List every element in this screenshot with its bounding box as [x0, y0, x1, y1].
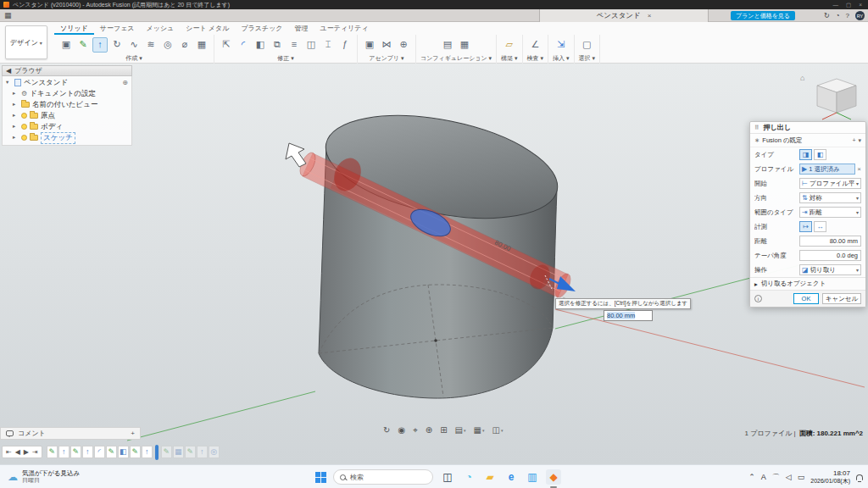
document-tab[interactable]: ペンスタンド × — [539, 9, 709, 22]
objects-to-cut-section[interactable]: ▸ 切り取るオブジェクト — [750, 277, 865, 290]
add-icon[interactable]: ⊕ — [122, 79, 128, 86]
extrude-feature[interactable]: ↑ — [197, 446, 208, 458]
sketch-feature[interactable]: ✎ — [130, 446, 141, 458]
close-window-button[interactable]: × — [859, 2, 862, 8]
ok-button[interactable]: OK — [793, 293, 819, 304]
hidden-icons-icon[interactable]: ⌃ — [748, 474, 755, 481]
ribbon-tab-1[interactable]: サーフェス — [94, 22, 141, 35]
extrude-icon[interactable]: ↑ — [92, 37, 108, 53]
dialog-header[interactable]: ⠿ 押し出し — [750, 122, 865, 134]
ribbon-group-label-create[interactable]: 作成 ▾ — [58, 54, 209, 63]
cancel-button[interactable]: キャンセル — [822, 293, 861, 304]
browser-item-sketches[interactable]: ▸スケッチ — [3, 132, 131, 143]
browser-item-label[interactable]: 名前の付いたビュー — [32, 100, 98, 110]
distance-input[interactable]: 80.00 mm — [799, 236, 861, 247]
help-icon[interactable]: ? — [846, 13, 849, 19]
ribbon-group-label-select[interactable]: 選択 ▾ — [579, 54, 595, 63]
ribbon-group-label-configure[interactable]: コンフィギュレーション ▾ — [420, 54, 492, 63]
pattern-icon[interactable]: ▦ — [194, 37, 209, 53]
operation-select[interactable]: ◪ 切り取り ▾ — [799, 264, 861, 275]
ribbon-group-label-inspect[interactable]: 検査 ▾ — [527, 54, 543, 63]
fusion-icon[interactable]: ◆ — [546, 469, 561, 485]
preset-value[interactable]: Fusion の既定 — [762, 136, 849, 145]
pattern-feature[interactable]: ▦ — [173, 446, 184, 458]
insert-icon[interactable]: ⇲ — [554, 37, 569, 53]
timeline-position-marker[interactable] — [155, 445, 159, 460]
go-to-end-button[interactable]: ⇥ — [32, 448, 38, 456]
display-settings-icon[interactable]: ▤▾ — [455, 426, 466, 435]
comment-bar[interactable]: コメント + — [0, 427, 141, 440]
home-view-icon[interactable]: ⌂ — [800, 75, 804, 82]
browser-item-label[interactable]: ボディ — [41, 122, 63, 132]
measure-icon[interactable]: ∠ — [527, 37, 542, 53]
browser-item-document-settings[interactable]: ▸⚙ドキュメントの設定 — [3, 88, 131, 99]
caret-right-icon[interactable]: ▸ — [13, 91, 19, 97]
tab-close-icon[interactable]: × — [648, 12, 652, 19]
weather-widget[interactable]: ☁ 気温が下がる見込み 日曜日 — [0, 465, 87, 488]
extrude-feature[interactable]: ↑ — [82, 446, 93, 458]
direction-select[interactable]: ⇅ 対称 ▾ — [799, 192, 861, 203]
joint-icon[interactable]: ⋈ — [379, 37, 394, 53]
grid-and-snaps-icon[interactable]: ▦▾ — [474, 426, 485, 435]
start-select[interactable]: ⊢ プロファイル平面 ▾ — [799, 178, 861, 189]
maximize-button[interactable]: ▢ — [846, 2, 851, 8]
browser-item-label[interactable]: スケッチ — [41, 132, 75, 144]
plans-pricing-button[interactable]: プランと価格を見る — [731, 11, 795, 20]
ribbon-group-label-assemble[interactable]: アセンブリ ▾ — [362, 54, 411, 63]
collapse-browser-icon[interactable]: ◀ — [6, 67, 11, 75]
browser-item-label[interactable]: 原点 — [41, 111, 55, 121]
extrude-feature[interactable]: ↑ — [142, 446, 153, 458]
caret-right-icon[interactable]: ▸ — [13, 113, 19, 119]
ribbon-tab-2[interactable]: メッシュ — [141, 22, 181, 35]
ribbon-group-label-insert[interactable]: 挿入 ▾ — [553, 54, 569, 63]
create-sketch-icon[interactable]: ✎ — [75, 37, 91, 53]
edge-icon[interactable]: e — [504, 469, 519, 485]
drag-grip-icon[interactable]: ⠿ — [754, 125, 760, 131]
joint-origin-icon[interactable]: ⊕ — [396, 37, 411, 53]
ime-indicator-icon[interactable]: A — [761, 474, 766, 481]
section-caret-icon[interactable]: ▸ — [754, 280, 758, 288]
browser-item-bodies[interactable]: ▸ボディ — [3, 121, 131, 132]
browser-item-penstand-root[interactable]: ▾ペンスタンド⊕ — [3, 77, 131, 88]
select-icon[interactable]: ▢ — [579, 37, 594, 53]
sketch-feature[interactable]: ✎ — [47, 446, 58, 458]
ribbon-tab-3[interactable]: シート メタル — [180, 22, 235, 35]
shell-feature[interactable]: ◧ — [118, 446, 129, 458]
preset-menu-icon[interactable]: ▾ — [858, 137, 861, 144]
revolve-icon[interactable]: ↻ — [109, 37, 125, 53]
shell-icon[interactable]: ◧ — [253, 37, 268, 53]
view-cube[interactable]: ⌂ — [800, 75, 861, 124]
change-parameters-icon[interactable]: ƒ — [337, 37, 353, 53]
combine-icon[interactable]: ⧉ — [270, 37, 285, 53]
ribbon-tab-6[interactable]: ユーティリティ — [314, 22, 375, 35]
caret-down-icon[interactable]: ▾ — [6, 80, 12, 86]
notifications-icon[interactable]: ◔ — [836, 13, 840, 19]
split-body-icon[interactable]: ◫ — [303, 37, 319, 53]
ribbon-tab-4[interactable]: プラスチック — [235, 22, 288, 35]
taskbar-clock[interactable]: 18:07 2026/01/08(木) — [810, 469, 850, 485]
go-to-start-button[interactable]: ⇤ — [6, 448, 12, 456]
store-icon[interactable]: ▥ — [525, 469, 540, 485]
press-pull-icon[interactable]: ⇱ — [219, 37, 234, 53]
new-component-icon[interactable]: ▣ — [58, 37, 74, 53]
distance-value-input[interactable]: 80.00 mm — [604, 310, 653, 321]
sketch-feature[interactable]: ✎ — [185, 446, 196, 458]
browser-item-label[interactable]: ペンスタンド — [24, 78, 68, 88]
start-button[interactable] — [315, 472, 326, 483]
thread-icon[interactable]: ⌀ — [177, 37, 192, 53]
ribbon-group-label-construct[interactable]: 構築 ▾ — [501, 54, 517, 63]
hole-feature[interactable]: ◎ — [209, 446, 220, 458]
file-explorer-icon[interactable]: ▰ — [482, 469, 498, 485]
add-comment-icon[interactable]: + — [131, 430, 135, 437]
fillet-feature[interactable]: ◜ — [94, 446, 105, 458]
direction-arrow-left[interactable] — [286, 143, 306, 167]
loft-icon[interactable]: ≋ — [143, 37, 159, 53]
construction-plane-icon[interactable]: ▱ — [502, 37, 517, 53]
task-view-icon[interactable]: ◫ — [440, 469, 455, 485]
configuration-table-icon[interactable]: ▦ — [457, 37, 472, 53]
configure-icon[interactable]: ▤ — [440, 37, 455, 53]
network-icon[interactable]: ⌒ — [772, 474, 780, 481]
workspace-switcher[interactable]: デザイン ▾ — [5, 25, 47, 59]
extrude-feature[interactable]: ↑ — [58, 446, 70, 458]
profile-selection-button[interactable]: ▶ 1 選択済み — [799, 164, 855, 175]
